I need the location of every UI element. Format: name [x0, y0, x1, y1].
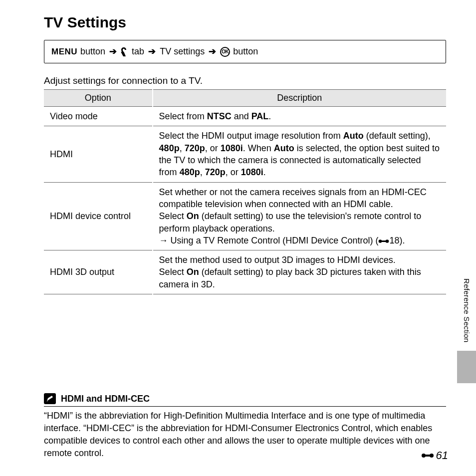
- note-block: HDMI and HDMI-CEC “HDMI” is the abbrevia…: [44, 393, 446, 459]
- page-title: TV Settings: [44, 14, 446, 31]
- table-row: Video mode Select from NTSC and PAL.: [44, 107, 446, 126]
- tab-word: tab: [132, 45, 144, 58]
- menu-label: MENU: [51, 46, 77, 58]
- pencil-icon: [44, 393, 56, 404]
- table-row: HDMI Select the HDMI output image resolu…: [44, 126, 446, 182]
- note-title: HDMI and HDMI-CEC: [61, 394, 150, 404]
- settings-table: Option Description Video mode Select fro…: [44, 89, 446, 294]
- desc-hdmi: Select the HDMI output image resolution …: [153, 126, 446, 182]
- arrow-icon: ➔: [109, 45, 117, 58]
- svg-point-2: [386, 239, 389, 243]
- desc-video-mode: Select from NTSC and PAL.: [153, 107, 446, 126]
- desc-hdmi-3d: Set the method used to output 3D images …: [153, 250, 446, 294]
- reference-icon: [421, 452, 434, 460]
- opt-hdmi-3d: HDMI 3D output: [44, 250, 153, 294]
- svg-point-5: [430, 454, 434, 458]
- table-row: HDMI device control Set whether or not t…: [44, 182, 446, 250]
- arrow-icon: ➔: [209, 45, 216, 58]
- arrow-icon: ➔: [148, 45, 156, 58]
- nav-path: MENU button ➔ tab ➔ TV settings ➔ OK but…: [44, 40, 446, 63]
- desc-hdmi-device-control: Set whether or not the camera receives s…: [153, 182, 446, 250]
- opt-hdmi: HDMI: [44, 126, 153, 182]
- side-section-label: Reference Section: [463, 278, 471, 343]
- tv-settings-label: TV settings: [160, 45, 205, 58]
- wrench-icon: [121, 47, 129, 56]
- table-row: HDMI 3D output Set the method used to ou…: [44, 250, 446, 294]
- manual-page: TV Settings MENU button ➔ tab ➔ TV setti…: [0, 0, 476, 476]
- note-body: “HDMI” is the abbreviation for High-Defi…: [44, 410, 446, 459]
- page-number: 61: [421, 449, 448, 462]
- button-word: button: [233, 45, 258, 58]
- col-option: Option: [44, 90, 153, 107]
- ok-icon: OK: [220, 47, 230, 57]
- opt-video-mode: Video mode: [44, 107, 153, 126]
- intro-text: Adjust settings for connection to a TV.: [44, 75, 446, 86]
- col-description: Description: [153, 90, 446, 107]
- reference-icon: [378, 236, 389, 245]
- opt-hdmi-device-control: HDMI device control: [44, 182, 153, 250]
- button-word: button: [80, 45, 105, 58]
